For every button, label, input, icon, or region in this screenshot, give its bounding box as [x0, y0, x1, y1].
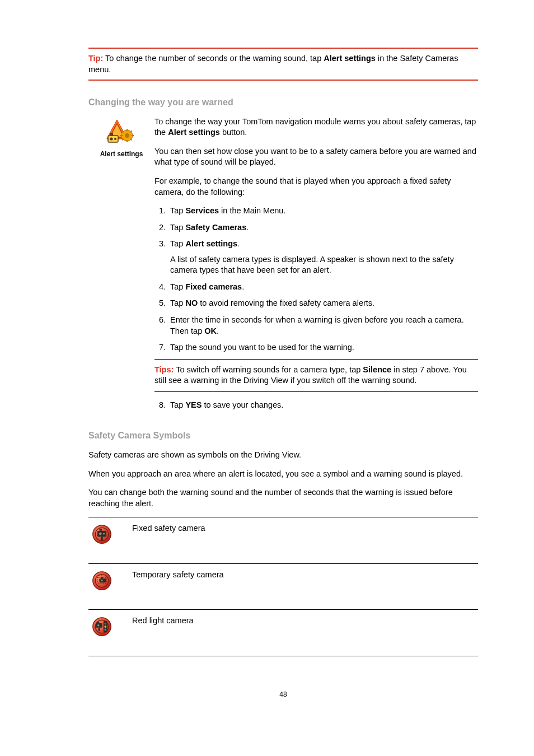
svg-rect-6 — [110, 133, 113, 136]
svg-rect-31 — [101, 577, 103, 578]
fixed-camera-label: Fixed safety camera — [129, 517, 478, 564]
svg-rect-23 — [101, 537, 103, 540]
tip-box-top: Tip: To change the number of seconds or … — [88, 48, 478, 81]
svg-point-20 — [99, 533, 102, 535]
section-heading-changing: Changing the way you are warned — [88, 96, 478, 109]
sym-p2: When you approach an area where an alert… — [88, 469, 478, 480]
step-7: 7. Tap the sound you want to be used for… — [154, 342, 478, 353]
svg-point-4 — [110, 137, 113, 140]
sym-p1: Safety cameras are shown as symbols on t… — [88, 450, 478, 461]
table-row: Fixed safety camera — [88, 517, 478, 564]
symbols-table: Fixed safety camera Temporary safety cam… — [88, 517, 478, 656]
step-6: 6. Enter the time in seconds for when a … — [154, 315, 478, 337]
tip-bold: Alert settings — [324, 54, 376, 63]
svg-rect-19 — [97, 531, 106, 537]
document-page: Tip: To change the number of seconds or … — [0, 0, 534, 721]
red-light-camera-icon — [92, 617, 112, 637]
tip-text: To change the number of seconds or the w… — [105, 54, 324, 63]
temporary-camera-label: Temporary safety camera — [129, 563, 478, 610]
step-2: 2. Tap Safety Cameras. — [154, 222, 478, 234]
steps-list-b: 4. Tap Fixed cameras. 5. Tap NO to avoid… — [154, 282, 478, 353]
svg-rect-22 — [100, 529, 102, 531]
svg-point-41 — [104, 629, 106, 631]
svg-rect-36 — [97, 622, 100, 623]
para-3: For example, to change the sound that is… — [154, 176, 478, 198]
svg-point-39 — [104, 623, 106, 625]
step-3: 3. Tap Alert settings. — [154, 239, 478, 250]
svg-point-35 — [97, 624, 100, 627]
steps-list-a: 1. Tap Services in the Main Menu. 2. Tap… — [154, 206, 478, 250]
alert-settings-icon — [106, 119, 137, 146]
temporary-camera-icon — [92, 571, 112, 591]
inner-tip-box: Tips: To switch off warning sounds for a… — [154, 359, 478, 392]
section-heading-symbols: Safety Camera Symbols — [88, 430, 478, 442]
alert-settings-block: Alert settings To change the way your To… — [88, 116, 478, 417]
alert-settings-left: Alert settings — [88, 116, 154, 159]
step-8: 8. Tap YES to save your changes. — [154, 400, 478, 411]
inner-tip-label: Tips: — [154, 365, 174, 374]
alert-settings-right: To change the way your TomTom navigation… — [154, 116, 478, 417]
svg-rect-3 — [108, 136, 118, 142]
fixed-camera-icon — [92, 524, 112, 544]
para-2: You can then set how close you want to b… — [154, 146, 478, 168]
sub-3-text: A list of safety camera types is display… — [170, 254, 478, 276]
step-4: 4. Tap Fixed cameras. — [154, 282, 478, 293]
red-light-camera-label: Red light camera — [129, 610, 478, 656]
para-1: To change the way your TomTom navigation… — [154, 116, 478, 138]
svg-point-8 — [125, 133, 129, 138]
svg-point-21 — [103, 533, 105, 535]
svg-rect-37 — [99, 628, 100, 631]
step-5: 5. Tap NO to avoid removing the fixed sa… — [154, 298, 478, 309]
tip-label: Tip: — [88, 54, 103, 63]
svg-point-5 — [114, 138, 116, 140]
svg-point-40 — [104, 626, 106, 628]
steps-list-c: 8. Tap YES to save your changes. — [154, 400, 478, 411]
svg-point-30 — [101, 580, 102, 581]
table-row: Temporary safety camera — [88, 563, 478, 610]
alert-settings-caption: Alert settings — [88, 150, 154, 158]
table-row: Red light camera — [88, 610, 478, 656]
step-1: 1. Tap Services in the Main Menu. — [154, 206, 478, 217]
page-number: 48 — [88, 690, 478, 699]
sym-p3: You can change both the warning sound an… — [88, 487, 478, 509]
